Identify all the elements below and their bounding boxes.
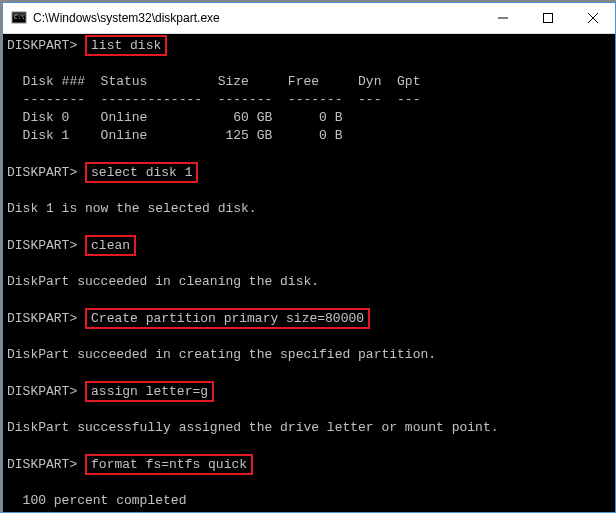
disk-row-1: Disk 1 Online 125 GB 0 B: [7, 127, 611, 145]
prompt: DISKPART>: [7, 457, 77, 472]
maximize-button[interactable]: [525, 3, 570, 33]
close-button[interactable]: [570, 3, 615, 33]
cmd-select-disk: select disk 1: [85, 162, 198, 183]
svg-text:C:\: C:\: [14, 13, 25, 20]
cmd-list-disk: list disk: [85, 35, 167, 56]
terminal-content[interactable]: DISKPART> list disk Disk ### Status Size…: [3, 34, 615, 512]
disk-table-header: Disk ### Status Size Free Dyn Gpt: [7, 73, 611, 91]
cmd-assign-letter: assign letter=g: [85, 381, 214, 402]
window-title: C:\Windows\system32\diskpart.exe: [33, 11, 480, 25]
output-progress: 100 percent completed: [7, 492, 611, 510]
window-frame: C:\ C:\Windows\system32\diskpart.exe DIS…: [2, 2, 616, 513]
svg-rect-4: [543, 14, 552, 23]
output-assigned: DiskPart successfully assigned the drive…: [7, 419, 611, 437]
output-partition-created: DiskPart succeeded in creating the speci…: [7, 346, 611, 364]
output-selected: Disk 1 is now the selected disk.: [7, 200, 611, 218]
cmd-create-partition: Create partition primary size=80000: [85, 308, 370, 329]
disk-row-0: Disk 0 Online 60 GB 0 B: [7, 109, 611, 127]
cmd-format: format fs=ntfs quick: [85, 454, 253, 475]
titlebar[interactable]: C:\ C:\Windows\system32\diskpart.exe: [3, 3, 615, 34]
prompt: DISKPART>: [7, 38, 77, 53]
prompt: DISKPART>: [7, 311, 77, 326]
cmd-clean: clean: [85, 235, 136, 256]
disk-table-divider: -------- ------------- ------- ------- -…: [7, 91, 611, 109]
app-icon: C:\: [11, 10, 27, 26]
output-cleaned: DiskPart succeeded in cleaning the disk.: [7, 273, 611, 291]
prompt: DISKPART>: [7, 384, 77, 399]
minimize-button[interactable]: [480, 3, 525, 33]
prompt: DISKPART>: [7, 165, 77, 180]
prompt: DISKPART>: [7, 238, 77, 253]
